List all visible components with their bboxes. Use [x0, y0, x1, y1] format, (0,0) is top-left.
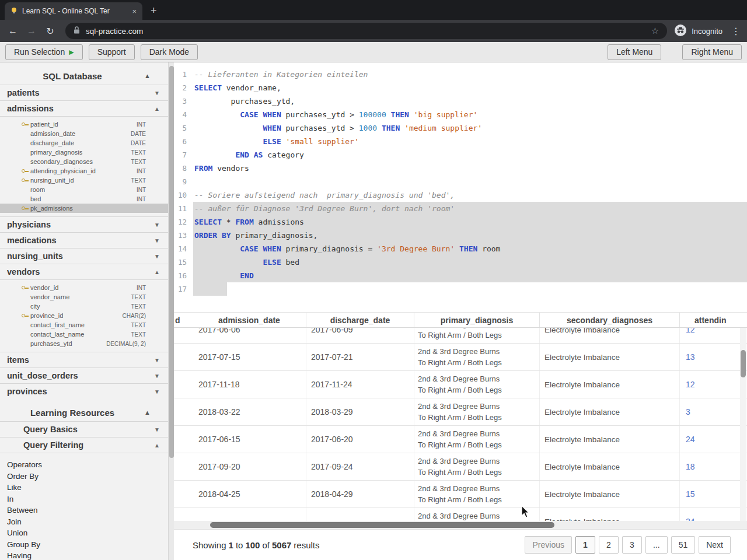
- column-item[interactable]: vendor_nameTEXT: [0, 292, 168, 302]
- cell-attending-physician-link[interactable]: 24: [680, 508, 747, 521]
- column-item[interactable]: admission_dateDATE: [0, 129, 168, 138]
- column-header-d[interactable]: d: [174, 313, 193, 327]
- cell-primary-diagnosis: 2nd & 3rd Degree BurnsTo Right Arm / Bot…: [414, 508, 540, 521]
- sidebar-scrollbar[interactable]: [168, 62, 174, 560]
- column-header-discharge_date[interactable]: discharge_date: [306, 313, 414, 327]
- diagnosis-line: To Right Arm / Both Legs: [418, 412, 539, 423]
- browser-menu-icon[interactable]: ⋮: [729, 26, 742, 37]
- cell-attending-physician-link[interactable]: 15: [680, 481, 747, 508]
- sql-database-header[interactable]: SQL Database ▲: [0, 67, 168, 85]
- cell-attending-physician-link[interactable]: 12: [680, 371, 747, 398]
- learning-resources-header[interactable]: Learning Resources ▲: [0, 404, 168, 421]
- column-item[interactable]: contact_last_nameTEXT: [0, 330, 168, 339]
- sidebar-item-query-filtering[interactable]: Query Filtering▲: [0, 437, 168, 453]
- forward-button[interactable]: →: [23, 23, 40, 39]
- sidebar-item-vendors[interactable]: vendors▲: [0, 264, 168, 279]
- column-item[interactable]: province_idCHAR(2): [0, 311, 168, 320]
- tab-title: Learn SQL - Online SQL Ter: [22, 7, 127, 15]
- column-header-admission_date[interactable]: admission_date: [193, 313, 306, 327]
- address-bar[interactable]: sql-practice.com ☆: [65, 23, 667, 39]
- sidebar-item-admissions[interactable]: admissions▲: [0, 100, 168, 116]
- cell-attending-physician-link[interactable]: 13: [680, 344, 747, 370]
- sidebar-item-label: nursing_units: [7, 251, 63, 261]
- code-line: 11-- außer für Diagnose '3rd Degree Burn…: [174, 202, 747, 215]
- lesson-link-join[interactable]: Join: [7, 516, 168, 528]
- cell-attending-physician-link[interactable]: 18: [680, 453, 747, 480]
- cell-attending-physician-link[interactable]: 24: [680, 426, 747, 453]
- tab-close-icon[interactable]: ×: [132, 7, 137, 16]
- sidebar-learning-sections: Query Basics▼Query Filtering▲: [0, 421, 168, 453]
- page-button-51[interactable]: 51: [671, 536, 696, 554]
- page-button-previous[interactable]: Previous: [525, 536, 571, 554]
- cell-attending-physician-link[interactable]: 3: [680, 398, 747, 425]
- run-selection-button[interactable]: Run Selection ▶: [5, 44, 83, 60]
- results-vertical-scrollbar-thumb[interactable]: [741, 350, 746, 377]
- cell-id: [174, 398, 193, 425]
- code-line: 9: [174, 175, 747, 188]
- sidebar-scrollbar-thumb[interactable]: [169, 66, 174, 458]
- column-header-attendin[interactable]: attendin: [680, 313, 747, 327]
- column-item[interactable]: discharge_dateDATE: [0, 138, 168, 148]
- results-horizontal-scrollbar-thumb[interactable]: [210, 522, 554, 528]
- sidebar-item-query-basics[interactable]: Query Basics▼: [0, 421, 168, 437]
- lesson-link-between[interactable]: Between: [7, 505, 168, 516]
- column-header-primary_diagnosis[interactable]: primary_diagnosis: [414, 313, 540, 327]
- diagnosis-line: To Right Arm / Both Legs: [418, 357, 539, 368]
- code-line: 13ORDER BY primary_diagnosis,: [174, 229, 747, 242]
- column-type: DATE: [131, 131, 146, 137]
- page-button-...[interactable]: ...: [645, 536, 668, 554]
- column-item[interactable]: purchases_ytdDECIMAL(9, 2): [0, 339, 168, 348]
- sidebar-item-provinces[interactable]: provinces▼: [0, 383, 168, 399]
- lesson-link-group-by[interactable]: Group By: [7, 539, 168, 551]
- column-item[interactable]: contact_first_nameTEXT: [0, 320, 168, 330]
- cell-admission-date: [193, 508, 306, 521]
- dark-mode-button[interactable]: Dark Mode: [141, 44, 198, 60]
- column-item[interactable]: cityTEXT: [0, 302, 168, 311]
- results-horizontal-scrollbar[interactable]: [174, 521, 747, 529]
- table-row: 2nd & 3rd Degree BurnsTo Right Arm / Bot…: [174, 508, 747, 521]
- sidebar-item-patients[interactable]: patients▼: [0, 85, 168, 100]
- line-number: 11: [174, 202, 187, 215]
- page-button-2[interactable]: 2: [599, 536, 619, 554]
- lesson-link-in[interactable]: In: [7, 494, 168, 505]
- lesson-link-like[interactable]: Like: [7, 482, 168, 494]
- browser-tab[interactable]: Learn SQL - Online SQL Ter ×: [5, 2, 142, 20]
- page-button-3[interactable]: 3: [622, 536, 642, 554]
- sql-editor[interactable]: 1-- Lieferanten in Kategorien einteilen2…: [174, 62, 747, 312]
- column-item[interactable]: primary_diagnosisTEXT: [0, 148, 168, 157]
- left-menu-button[interactable]: Left Menu: [608, 44, 661, 60]
- back-button[interactable]: ←: [5, 23, 21, 39]
- sidebar-item-unit_dose_orders[interactable]: unit_dose_orders▼: [0, 368, 168, 383]
- sidebar-item-medications[interactable]: medications▼: [0, 232, 168, 248]
- column-item[interactable]: roomINT: [0, 185, 168, 194]
- page-button-next[interactable]: Next: [699, 536, 731, 554]
- column-item[interactable]: secondary_diagnosesTEXT: [0, 157, 168, 166]
- sidebar-item-items[interactable]: items▼: [0, 352, 168, 368]
- column-type: INT: [137, 187, 146, 193]
- table-row: 2018-04-252018-04-292nd & 3rd Degree Bur…: [174, 481, 747, 508]
- cell-admission-date: 2017-07-15: [193, 344, 306, 370]
- column-header-secondary_diagnoses[interactable]: secondary_diagnoses: [540, 313, 680, 327]
- column-item[interactable]: patient_idINT: [0, 120, 168, 129]
- column-item[interactable]: bedINT: [0, 194, 168, 204]
- bookmark-star-icon[interactable]: ☆: [651, 26, 659, 36]
- column-item[interactable]: nursing_unit_idTEXT: [0, 176, 168, 185]
- lesson-link-union[interactable]: Union: [7, 527, 168, 539]
- cell-attending-physician-link[interactable]: 12: [680, 328, 747, 343]
- column-item[interactable]: pk_admissions: [0, 204, 168, 213]
- lesson-link-operators[interactable]: Operators: [7, 459, 168, 471]
- column-item[interactable]: vendor_idINT: [0, 283, 168, 292]
- right-menu-button[interactable]: Right Menu: [682, 44, 742, 60]
- column-name: patient_id: [30, 121, 58, 128]
- page-button-1[interactable]: 1: [575, 536, 595, 554]
- new-tab-button[interactable]: +: [151, 5, 157, 16]
- support-button[interactable]: Support: [89, 44, 135, 60]
- lesson-link-order-by[interactable]: Order By: [7, 471, 168, 482]
- reload-button[interactable]: ↻: [42, 23, 58, 39]
- results-vertical-scrollbar[interactable]: [740, 328, 746, 521]
- column-item[interactable]: attending_physician_idINT: [0, 166, 168, 176]
- sidebar-item-physicians[interactable]: physicians▼: [0, 216, 168, 232]
- lesson-link-having[interactable]: Having: [7, 550, 168, 560]
- code-text: END AS category: [193, 148, 747, 162]
- sidebar-item-nursing_units[interactable]: nursing_units▼: [0, 248, 168, 264]
